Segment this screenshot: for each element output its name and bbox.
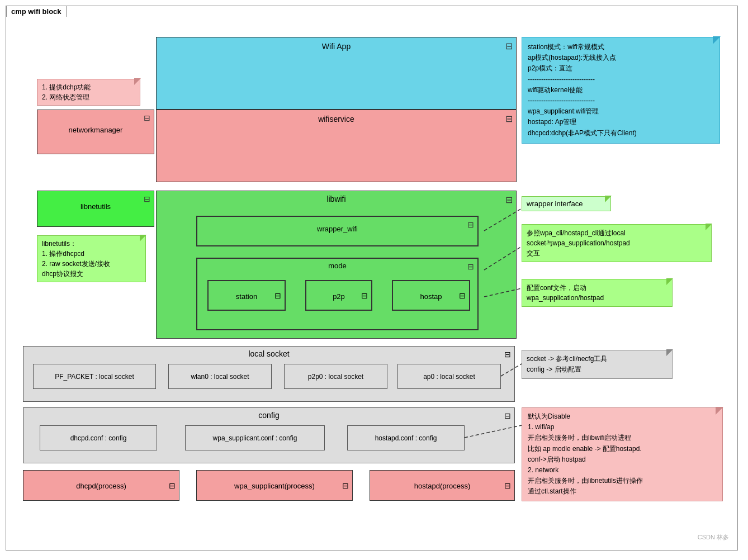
wrapper-note-label: wrapper interface [527,200,583,208]
p2p-icon: ⊟ [361,280,368,311]
pf-box: PF_PACKET : local socket [33,364,156,389]
nm-note-line1: 1. 提供dchp功能 [42,82,135,92]
libnetutils-note-title: libnetutils： [42,239,141,249]
wifi-app-icon: ⊟ [505,41,513,51]
socket-note-line2: config -> 启动配置 [527,364,667,375]
wpa-proc-icon: ⊟ [342,470,349,501]
dhcpd-proc-box: dhcpd(process) ⊟ [23,470,179,501]
dhcpd-conf-box: dhcpd.conf : config [40,425,157,450]
pink-note-line4: 比如 ap modle enable -> 配置hostapd. [528,444,717,454]
ap0-label: ap0 : local socket [423,373,475,381]
pink-note-line2: 1. wifi/ap [528,422,717,433]
pink-note-line7: 开启相关服务时，由libnetutils进行操作 [528,476,717,486]
mode-icon: ⊟ [467,262,474,271]
station-label: station [236,292,257,301]
station-icon: ⊟ [274,280,281,311]
networkmanager-icon: ⊟ [144,113,150,122]
pink-note: 默认为Disable 1. wifi/ap 开启相关服务时，由libwifi启动… [522,407,723,501]
wrapper-wifi-note-line3: 交互 [527,248,707,258]
p2p-box: p2p ⊟ [305,280,372,311]
blue-note-line2: ap模式(hostapad):无线接入点 [528,53,714,63]
libnetutils-note-line3: dhcp协议报文 [42,269,141,279]
wrapper-wifi-icon: ⊟ [467,220,474,229]
libnetutils-icon: ⊟ [144,194,150,203]
station-box: station ⊟ [207,280,286,311]
dhcpd-conf-label: dhcpd.conf : config [70,434,127,442]
local-socket-label: local socket [23,347,514,358]
libnetutils-note-line1: 1. 操作dhcpcd [42,249,141,259]
pink-note-line1: 默认为Disable [528,411,717,422]
wlan-box: wlan0 : local socket [168,364,272,389]
wpa-proc-label: wpa_supplicant(process) [234,482,315,490]
hostapd-conf-label: hostapd.conf : config [375,434,437,442]
mode-label: mode [197,259,477,270]
socket-note: socket -> 参考cli/necfg工具 config -> 启动配置 [522,350,673,379]
blue-note-line1: station模式：wifi常规模式 [528,42,714,53]
hostap-box: hostap ⊟ [392,280,470,311]
wifi-app-label: Wifi App [157,37,516,51]
pf-label: PF_PACKET : local socket [55,373,134,381]
pink-note-line3: 开启相关服务时，由libwifi启动进程 [528,433,717,443]
wrapper-interface-note: wrapper interface [522,196,611,211]
wlan-label: wlan0 : local socket [191,373,249,381]
dhcpd-proc-label: dhcpd(process) [76,482,126,490]
wifi-app-box: Wifi App ⊟ [156,37,517,110]
wifiservice-label: wifiservice [157,110,516,124]
p2p0-label: p2p0 : local socket [308,373,363,381]
hostap-icon: ⊟ [459,280,466,311]
dhcpd-proc-icon: ⊟ [169,470,176,501]
blue-note-sep2: ------------------------------ [528,96,714,106]
main-container: cmp wifi block Wifi App ⊟ station模式：wifi… [6,6,738,550]
socket-note-line1: socket -> 参考cli/necfg工具 [527,354,667,364]
hostapd-proc-label: hostapd(process) [414,482,470,490]
wpa-conf-box: wpa_supplicant.conf : config [185,425,325,450]
mode-note-line1: 配置conf文件，启动 [527,283,667,293]
wrapper-wifi-box: wrapper_wifi ⊟ [196,216,479,246]
wrapper-wifi-note-line2: socket与wpa_supplication/hostpad [527,238,707,248]
p2p-label: p2p [333,292,345,301]
blue-note: station模式：wifi常规模式 ap模式(hostapad):无线接入点 … [522,37,720,144]
blue-note-line6: hostapd: Ap管理 [528,117,714,127]
libnetutils-note: libnetutils： 1. 操作dhcpcd 2. raw socket发送… [37,235,146,282]
wrapper-wifi-note: 参照wpa_cli/hostapd_cli通过local socket与wpa_… [522,224,712,262]
watermark: CSDN 林多 [698,533,729,542]
hostapd-conf-box: hostapd.conf : config [347,425,465,450]
blue-note-line5: wpa_supplicant:wifi管理 [528,106,714,117]
nm-note-line2: 2. 网络状态管理 [42,92,135,102]
blue-note-line3: p2p模式：直连 [528,63,714,74]
ap0-box: ap0 : local socket [397,364,501,389]
wpa-conf-label: wpa_supplicant.conf : config [213,434,297,442]
libnetutils-box: libnetutils ⊟ [37,191,154,227]
nm-note: 1. 提供dchp功能 2. 网络状态管理 [37,79,140,106]
p2p0-box: p2p0 : local socket [284,364,387,389]
libnetutils-label: libnetutils [37,191,154,211]
networkmanager-box: networkmanager ⊟ [37,110,154,154]
mode-note: 配置conf文件，启动 wpa_supplication/hostpad [522,279,673,307]
pink-note-line8: 通过ctl.start操作 [528,486,717,497]
libwifi-icon: ⊟ [505,194,513,205]
wrapper-wifi-note-line1: 参照wpa_cli/hostapd_cli通过local [527,228,707,238]
blue-note-line7: dhcpcd:dchp(非AP模式下只有Client) [528,128,714,139]
blue-note-line4: wifi驱动kernel使能 [528,85,714,96]
networkmanager-label: networkmanager [37,110,154,134]
tab-label: cmp wifi block [6,6,67,17]
hostapd-proc-box: hostapd(process) ⊟ [370,470,515,501]
local-socket-icon: ⊟ [504,350,511,359]
hostap-label: hostap [420,292,442,301]
wifiservice-box: wifiservice ⊟ [156,110,517,182]
wrapper-wifi-label: wrapper_wifi [197,217,477,233]
hostapd-proc-icon: ⊟ [504,470,511,501]
config-label: config [23,408,514,420]
blue-note-sep1: ------------------------------ [528,74,714,85]
pink-note-line6: 2. network [528,465,717,476]
config-icon: ⊟ [504,411,511,420]
pink-note-line5: conf->启动 hostpad [528,454,717,465]
wpa-proc-box: wpa_supplicant(process) ⊟ [196,470,353,501]
mode-note-line2: wpa_supplication/hostpad [527,293,667,303]
libnetutils-note-line2: 2. raw socket发送/接收 [42,259,141,269]
libwifi-label: libwifi [157,191,516,203]
wifiservice-icon: ⊟ [505,113,513,124]
